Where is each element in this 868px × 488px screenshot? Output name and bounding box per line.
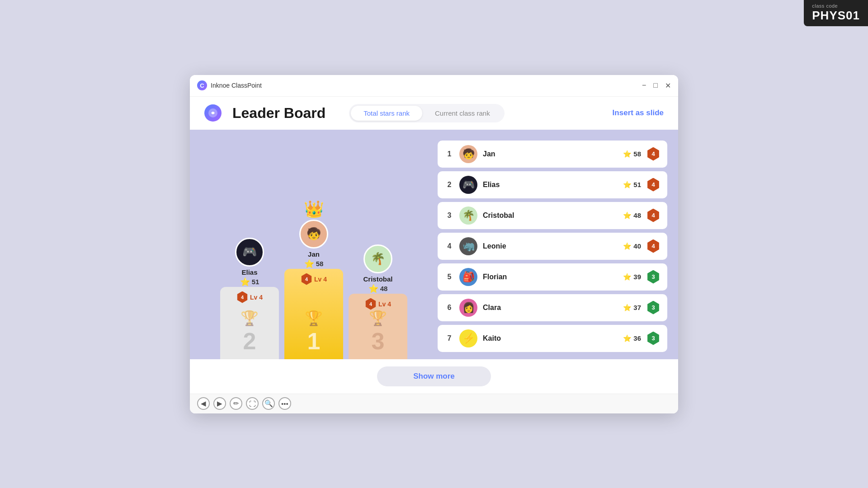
rank-name: Jan xyxy=(483,150,618,158)
main-content: 🎮 Elias ⭐ 51 4 Lv 4 🏆 2 xyxy=(190,130,678,394)
rank-level-badge: 4 xyxy=(646,147,660,161)
star-icon: ⭐ xyxy=(623,304,632,312)
rank-number: 7 xyxy=(445,334,454,343)
avatar-jan: 🧒 xyxy=(299,220,328,249)
page-title: Leader Board xyxy=(232,105,326,122)
crown-icon: 👑 xyxy=(304,200,324,219)
app-logo-icon: C xyxy=(197,80,207,90)
rank-name: Cristobal xyxy=(483,211,618,220)
rank-stars: ⭐ 51 xyxy=(623,181,641,189)
rank-stars: ⭐ 39 xyxy=(623,273,641,281)
rank-row-4: 4 🦏 Leonie ⭐ 40 4 xyxy=(438,233,667,260)
rank-stars: ⭐ 37 xyxy=(623,304,641,312)
insert-as-slide-button[interactable]: Insert as slide xyxy=(613,108,664,117)
trophy-icon-3: 🏆 xyxy=(369,310,387,327)
rank-star-count: 36 xyxy=(633,334,641,342)
toolbar: ◀ ▶ ✏ ⛶ 🔍 ••• xyxy=(190,394,678,413)
rank-stars: ⭐ 36 xyxy=(623,334,641,343)
player-name-cristobal: Cristobal xyxy=(363,275,392,283)
rank-level-badge: 3 xyxy=(646,301,660,314)
podium-player-1: 👑 🧒 Jan ⭐ 58 4 Lv 4 🏆 xyxy=(284,200,343,359)
show-more-button[interactable]: Show more xyxy=(377,366,491,386)
player-stars-elias: ⭐ 51 xyxy=(240,277,259,287)
star-icon: ⭐ xyxy=(240,277,250,287)
avatar-cristobal: 🌴 xyxy=(363,244,392,273)
close-button[interactable]: ✕ xyxy=(665,81,671,90)
rank-level-badge: 4 xyxy=(646,178,660,192)
rank-row-6: 6 👩 Clara ⭐ 37 3 xyxy=(438,294,667,321)
rank-avatar: 🦏 xyxy=(459,237,477,255)
lv-hex-cristobal: 4 xyxy=(365,298,377,310)
rank-star-count: 51 xyxy=(633,181,641,188)
rank-number: 1 xyxy=(445,150,454,158)
avatar-elias: 🎮 xyxy=(235,238,264,267)
header-logo-icon xyxy=(204,104,222,122)
frame-button[interactable]: ⛶ xyxy=(246,397,259,410)
rank-avatar: 🎮 xyxy=(459,176,477,194)
tab-current-class[interactable]: Current class rank xyxy=(422,106,503,121)
main-window: C Inknoe ClassPoint − □ ✕ Leader Board T… xyxy=(190,75,678,413)
rank-star-count: 58 xyxy=(633,150,641,158)
rank-star-count: 40 xyxy=(633,242,641,250)
star-icon: ⭐ xyxy=(623,273,632,281)
rank-number: 3 xyxy=(445,211,454,220)
rank-avatar: 🎒 xyxy=(459,268,477,286)
back-button[interactable]: ◀ xyxy=(197,397,210,410)
lv-badge-cristobal: 4 Lv 4 xyxy=(365,298,391,310)
star-icon: ⭐ xyxy=(623,242,632,250)
rank-avatar: 🌴 xyxy=(459,206,477,225)
minimize-button[interactable]: − xyxy=(642,81,646,90)
rank-avatar: 👩 xyxy=(459,299,477,317)
lv-hex-elias: 4 xyxy=(236,291,248,303)
rank-stars: ⭐ 40 xyxy=(623,242,641,250)
trophy-icon-1: 🏆 xyxy=(305,310,323,327)
star-icon: ⭐ xyxy=(623,211,632,220)
podium-player-2: 🎮 Elias ⭐ 51 4 Lv 4 🏆 2 xyxy=(220,238,279,359)
podium-rank-2: 2 xyxy=(243,329,256,353)
rank-row-2: 2 🎮 Elias ⭐ 51 4 xyxy=(438,171,667,198)
rank-level-badge: 4 xyxy=(646,209,660,222)
rank-level-badge: 3 xyxy=(646,332,660,345)
star-icon: ⭐ xyxy=(304,259,314,269)
tab-group: Total stars rank Current class rank xyxy=(349,104,504,122)
player-name-jan: Jan xyxy=(308,250,320,258)
rank-name: Florian xyxy=(483,273,618,281)
trophy-icon-2: 🏆 xyxy=(241,310,259,327)
rank-name: Clara xyxy=(483,304,618,312)
header: Leader Board Total stars rank Current cl… xyxy=(190,97,678,130)
rank-star-count: 37 xyxy=(633,304,641,311)
rank-number: 5 xyxy=(445,273,454,281)
titlebar: C Inknoe ClassPoint − □ ✕ xyxy=(190,75,678,97)
player-stars-jan: ⭐ 58 xyxy=(304,259,324,269)
star-icon: ⭐ xyxy=(623,150,632,158)
rank-row-1: 1 🧒 Jan ⭐ 58 4 xyxy=(438,141,667,168)
more-options-button[interactable]: ••• xyxy=(278,397,291,410)
podium-block-1: 4 Lv 4 🏆 1 xyxy=(284,269,343,359)
class-label: class code xyxy=(812,4,838,9)
player-name-elias: Elias xyxy=(241,268,257,276)
rank-number: 4 xyxy=(445,242,454,250)
rank-star-count: 39 xyxy=(633,273,641,281)
rank-row-3: 3 🌴 Cristobal ⭐ 48 4 xyxy=(438,202,667,229)
rank-number: 6 xyxy=(445,304,454,312)
app-title: Inknoe ClassPoint xyxy=(211,82,262,89)
leaderboard-area: 🎮 Elias ⭐ 51 4 Lv 4 🏆 2 xyxy=(190,130,678,359)
zoom-button[interactable]: 🔍 xyxy=(262,397,275,410)
rank-name: Elias xyxy=(483,181,618,189)
forward-button[interactable]: ▶ xyxy=(213,397,226,410)
tab-total-stars[interactable]: Total stars rank xyxy=(351,106,422,121)
maximize-button[interactable]: □ xyxy=(653,81,658,90)
lv-badge-elias: 4 Lv 4 xyxy=(236,291,263,303)
player-stars-cristobal: ⭐ 48 xyxy=(368,284,388,294)
rank-avatar: 🧒 xyxy=(459,145,477,163)
star-icon: ⭐ xyxy=(623,334,632,343)
podium-player-3: 🌴 Cristobal ⭐ 48 4 Lv 4 🏆 3 xyxy=(349,244,407,359)
window-controls: − □ ✕ xyxy=(642,81,671,90)
class-id: PHYS01 xyxy=(812,9,860,23)
pen-button[interactable]: ✏ xyxy=(230,397,242,410)
rank-row-5: 5 🎒 Florian ⭐ 39 3 xyxy=(438,263,667,291)
podium-section: 🎮 Elias ⭐ 51 4 Lv 4 🏆 2 xyxy=(201,141,427,359)
rank-level-badge: 3 xyxy=(646,270,660,284)
rank-row-7: 7 ⚡ Kaito ⭐ 36 3 xyxy=(438,325,667,352)
rank-number: 2 xyxy=(445,181,454,189)
